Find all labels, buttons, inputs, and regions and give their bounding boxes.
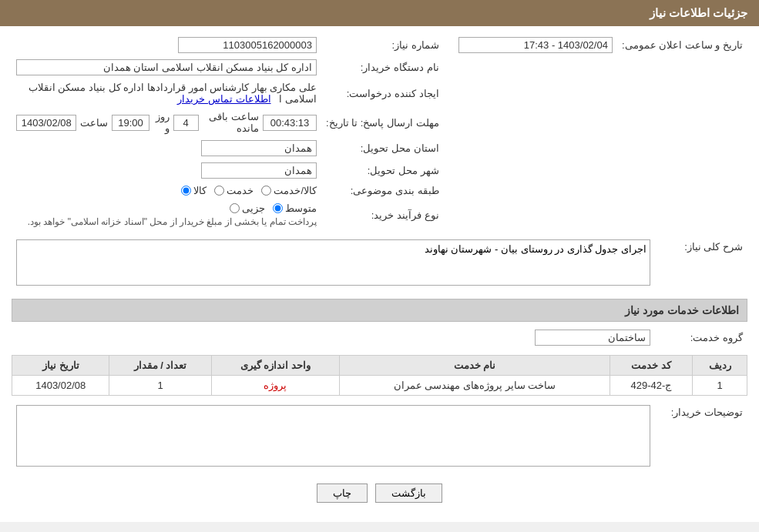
services-tbody: 1 ج-42-429 ساخت سایر پروژه‌های مهندسی عم… <box>12 376 747 396</box>
province-input: همدان <box>201 140 317 156</box>
creator-link[interactable]: اطلاعات تماس خریدار <box>177 93 270 105</box>
remaining-timer: 00:43:13 <box>263 115 317 131</box>
row-buyer-org: نام دستگاه خریدار: اداره کل بنیاد مسکن ا… <box>12 56 747 79</box>
row-city: شهر محل تحویل: همدان <box>12 159 747 182</box>
cell-unit: پروژه <box>211 376 340 396</box>
announce-value: 1403/02/04 - 17:43 <box>454 34 617 56</box>
creator-label: ایجاد کننده درخواست: <box>321 79 444 108</box>
radio-goods-input[interactable] <box>181 186 191 196</box>
buyer-desc-value <box>12 402 655 472</box>
service-info-header: اطلاعات خدمات مورد نیاز <box>12 299 747 322</box>
page-title: جزئیات اطلاعات نیاز <box>650 6 747 19</box>
city-label: شهر محل تحویل: <box>321 159 444 182</box>
need-number-value: 1103005162000003 <box>12 34 321 56</box>
row-need-desc: شرح کلی نیاز: <box>12 236 747 291</box>
service-group-input: ساختمان <box>535 330 650 346</box>
cell-row: 1 <box>693 376 747 396</box>
button-row: بازگشت چاپ <box>12 483 747 503</box>
announce-input: 1403/02/04 - 17:43 <box>458 37 613 53</box>
cell-name: ساخت سایر پروژه‌های مهندسی عمران <box>340 376 610 396</box>
need-desc-textarea[interactable] <box>16 239 650 286</box>
radio-goods-service-input[interactable] <box>261 186 271 196</box>
row-service-group: گروه خدمت: ساختمان <box>12 326 747 349</box>
radio-medium-label: متوسط <box>285 202 317 214</box>
table-row: 1 ج-42-429 ساخت سایر پروژه‌های مهندسی عم… <box>12 376 747 396</box>
buyer-desc-table: توضیحات خریدار: <box>12 402 747 472</box>
creator-value: علی مکاری بهار کارشناس امور قراردادها اد… <box>12 79 321 108</box>
announce-label: تاریخ و ساعت اعلان عمومی: <box>617 34 747 56</box>
buyer-org-value: اداره کل بنیاد مسکن انقلاب اسلامی استان … <box>12 56 321 79</box>
service-group-value: ساختمان <box>12 326 655 349</box>
province-label: استان محل تحویل: <box>321 137 444 159</box>
need-desc-wrapper <box>16 239 650 288</box>
need-number-input: 1103005162000003 <box>178 37 317 53</box>
cell-code: ج-42-429 <box>610 376 693 396</box>
radio-goods-label: کالا <box>193 185 207 196</box>
content-area: تاریخ و ساعت اعلان عمومی: 1403/02/04 - 1… <box>0 26 759 522</box>
service-group-table: گروه خدمت: ساختمان <box>12 326 747 349</box>
row-category: طبقه بندی موضوعی: کالا/خدمت خدمت کالا <box>12 182 747 199</box>
col-count: تعداد / مقدار <box>109 356 211 376</box>
service-group-label: گروه خدمت: <box>655 326 747 349</box>
need-desc-section: شرح کلی نیاز: <box>12 236 747 291</box>
buyer-desc-textarea[interactable] <box>16 405 650 467</box>
col-row: ردیف <box>693 356 747 376</box>
row-province: استان محل تحویل: همدان <box>12 137 747 159</box>
radio-service-label: خدمت <box>227 185 254 196</box>
radio-partial-label: جزیی <box>242 202 265 214</box>
row-creator: ایجاد کننده درخواست: علی مکاری بهار کارش… <box>12 79 747 108</box>
category-label: طبقه بندی موضوعی: <box>321 182 444 199</box>
radio-partial[interactable]: جزیی <box>230 202 265 214</box>
province-value: همدان <box>12 137 321 159</box>
services-thead: ردیف کد خدمت نام خدمت واحد اندازه گیری ت… <box>12 356 747 376</box>
city-value: همدان <box>12 159 321 182</box>
col-unit: واحد اندازه گیری <box>211 356 340 376</box>
radio-partial-input[interactable] <box>230 203 240 213</box>
radio-medium-input[interactable] <box>273 203 283 213</box>
buyer-desc-wrapper <box>16 405 650 469</box>
buyer-desc-label: توضیحات خریدار: <box>655 402 747 472</box>
need-number-label: شماره نیاز: <box>321 34 444 56</box>
deadline-days: 4 <box>173 115 199 131</box>
cell-count: 1 <box>109 376 211 396</box>
radio-medium[interactable]: متوسط <box>273 202 317 214</box>
purchase-type-value: متوسط جزیی پرداخت تمام یا بخشی از مبلغ خ… <box>12 199 321 230</box>
need-desc-value <box>12 236 655 291</box>
days-label: روز و <box>153 111 170 134</box>
radio-goods-service[interactable]: کالا/خدمت <box>261 185 317 196</box>
row-buyer-desc: توضیحات خریدار: <box>12 402 747 472</box>
category-radios: کالا/خدمت خدمت کالا <box>12 182 321 199</box>
buyer-org-input: اداره کل بنیاد مسکن انقلاب اسلامی استان … <box>16 59 317 75</box>
row-need-number: تاریخ و ساعت اعلان عمومی: 1403/02/04 - 1… <box>12 34 747 56</box>
services-header-row: ردیف کد خدمت نام خدمت واحد اندازه گیری ت… <box>12 356 747 376</box>
page-wrapper: جزئیات اطلاعات نیاز تاریخ و ساعت اعلان ع… <box>0 0 759 522</box>
buyer-org-label: نام دستگاه خریدار: <box>321 56 444 79</box>
radio-goods[interactable]: کالا <box>181 185 207 196</box>
deadline-time: 19:00 <box>112 115 149 131</box>
deadline-value: 00:43:13 ساعت باقی مانده 4 روز و 19:00 س… <box>12 108 321 137</box>
deadline-date: 1403/02/08 <box>16 115 76 131</box>
col-code: کد خدمت <box>610 356 693 376</box>
back-button[interactable]: بازگشت <box>375 483 442 503</box>
radio-goods-service-label: کالا/خدمت <box>274 185 317 196</box>
radio-service[interactable]: خدمت <box>214 185 254 196</box>
purchase-note: پرداخت تمام یا بخشی از مبلغ خریدار از مح… <box>16 216 317 227</box>
deadline-label: مهلت ارسال پاسخ: تا تاریخ: <box>321 108 444 137</box>
col-name: نام خدمت <box>340 356 610 376</box>
col-date: تاریخ نیاز <box>12 356 109 376</box>
print-button[interactable]: چاپ <box>317 483 368 503</box>
services-table: ردیف کد خدمت نام خدمت واحد اندازه گیری ت… <box>12 355 747 396</box>
row-purchase-type: نوع فرآیند خرید: متوسط جزیی <box>12 199 747 230</box>
page-header: جزئیات اطلاعات نیاز <box>0 0 759 26</box>
creator-name: علی مکاری بهار کارشناس امور قراردادها اد… <box>29 82 317 105</box>
cell-date: 1403/02/08 <box>12 376 109 396</box>
radio-service-input[interactable] <box>214 186 224 196</box>
time-label: ساعت <box>80 117 108 129</box>
need-desc-label: شرح کلی نیاز: <box>655 236 747 291</box>
remaining-label: ساعت باقی مانده <box>203 111 259 134</box>
purchase-type-label: نوع فرآیند خرید: <box>321 199 444 230</box>
city-input: همدان <box>201 162 317 179</box>
row-deadline: مهلت ارسال پاسخ: تا تاریخ: 00:43:13 ساعت… <box>12 108 747 137</box>
info-table: تاریخ و ساعت اعلان عمومی: 1403/02/04 - 1… <box>12 34 747 230</box>
